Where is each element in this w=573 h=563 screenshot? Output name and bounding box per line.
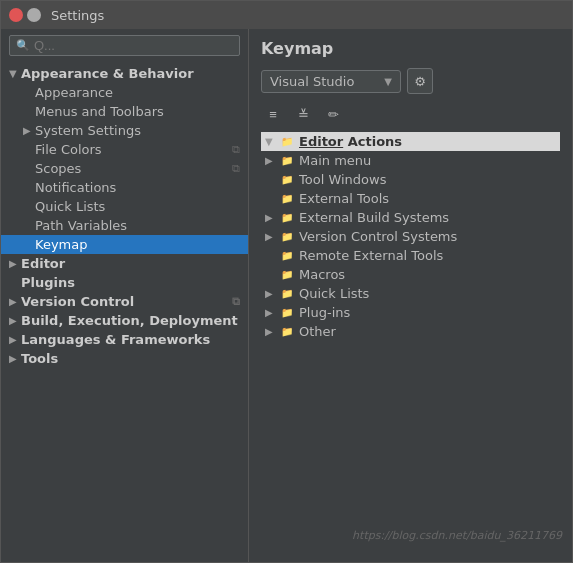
- sidebar-item-scopes[interactable]: Scopes⧉: [1, 159, 248, 178]
- title-bar: Settings: [1, 1, 572, 29]
- close-button[interactable]: [9, 8, 23, 22]
- sidebar-item-label-scopes: Scopes: [35, 161, 81, 176]
- sidebar-item-version-control[interactable]: Version Control⧉: [1, 292, 248, 311]
- keymap-dropdown[interactable]: Visual Studio ▼: [261, 70, 401, 93]
- outdent-button[interactable]: ≚: [291, 102, 315, 126]
- sidebar-item-quick-lists[interactable]: Quick Lists: [1, 197, 248, 216]
- copy-icon-scopes: ⧉: [232, 162, 240, 175]
- sidebar-item-label-editor: Editor: [21, 256, 65, 271]
- keymap-item-main-menu[interactable]: 📁Main menu: [261, 151, 560, 170]
- sidebar-item-label-system-settings: System Settings: [35, 123, 141, 138]
- keymap-item-other[interactable]: 📁Other: [261, 322, 560, 341]
- kt-chevron-icon: [265, 212, 279, 223]
- sidebar-item-notifications[interactable]: Notifications: [1, 178, 248, 197]
- window-title: Settings: [51, 8, 104, 23]
- chevron-editor-icon: [9, 258, 21, 269]
- keymap-toolbar: ≡ ≚ ✏: [261, 102, 560, 126]
- copy-icon-file-colors: ⧉: [232, 143, 240, 156]
- search-icon: 🔍: [16, 39, 30, 52]
- keymap-item-tool-windows[interactable]: 📁Tool Windows: [261, 170, 560, 189]
- outdent-icon: ≚: [298, 107, 309, 122]
- right-panel: Keymap Visual Studio ▼ ⚙ ≡ ≚: [249, 29, 572, 562]
- folder-blue-icon: 📁: [279, 135, 295, 149]
- minimize-button[interactable]: [27, 8, 41, 22]
- folder-icon: 📁: [279, 306, 295, 320]
- sidebar-item-system-settings[interactable]: System Settings: [1, 121, 248, 140]
- gear-icon: ⚙: [414, 74, 426, 89]
- sidebar-item-file-colors[interactable]: File Colors⧉: [1, 140, 248, 159]
- keymap-item-label-macros: Macros: [299, 267, 345, 282]
- kt-chevron-icon: [265, 155, 279, 166]
- keymap-tree: 📁Editor Actions📁Main menu📁Tool Windows📁E…: [261, 132, 560, 552]
- sidebar-item-plugins[interactable]: Plugins: [1, 273, 248, 292]
- sidebar-item-label-file-colors: File Colors: [35, 142, 102, 157]
- keymap-item-plug-ins[interactable]: 📁Plug-ins: [261, 303, 560, 322]
- keymap-item-label-remote-external-tools: Remote External Tools: [299, 248, 443, 263]
- keymap-item-macros[interactable]: 📁Macros: [261, 265, 560, 284]
- keymap-item-label-plug-ins: Plug-ins: [299, 305, 350, 320]
- main-content: 🔍 Appearance & BehaviorAppearanceMenus a…: [1, 29, 572, 562]
- sidebar-item-editor[interactable]: Editor: [1, 254, 248, 273]
- keymap-item-label-editor-actions: Editor Actions: [299, 134, 402, 149]
- left-panel: 🔍 Appearance & BehaviorAppearanceMenus a…: [1, 29, 249, 562]
- indent-button[interactable]: ≡: [261, 102, 285, 126]
- watermark: https://blog.csdn.net/baidu_36211769: [352, 529, 562, 542]
- keymap-item-label-version-control-systems: Version Control Systems: [299, 229, 457, 244]
- edit-button[interactable]: ✏: [321, 102, 345, 126]
- kt-chevron-icon: [265, 288, 279, 299]
- chevron-version-control-icon: [9, 296, 21, 307]
- settings-tree: Appearance & BehaviorAppearanceMenus and…: [1, 62, 248, 562]
- keymap-item-label-main-menu: Main menu: [299, 153, 371, 168]
- kt-chevron-icon: [265, 231, 279, 242]
- keymap-dropdown-value: Visual Studio: [270, 74, 354, 89]
- copy-icon-version-control: ⧉: [232, 295, 240, 308]
- sidebar-item-path-variables[interactable]: Path Variables: [1, 216, 248, 235]
- kt-chevron-icon: [265, 326, 279, 337]
- folder-icon: 📁: [279, 230, 295, 244]
- chevron-build-exec-icon: [9, 315, 21, 326]
- window-controls: [9, 8, 41, 22]
- keymap-item-label-tool-windows: Tool Windows: [299, 172, 386, 187]
- gear-button[interactable]: ⚙: [407, 68, 433, 94]
- kt-chevron-icon: [265, 307, 279, 318]
- sidebar-item-keymap[interactable]: Keymap: [1, 235, 248, 254]
- indent-icon: ≡: [269, 107, 277, 122]
- kt-chevron-icon: [265, 136, 279, 147]
- chevron-languages-icon: [9, 334, 21, 345]
- chevron-appearance-behavior-icon: [9, 68, 21, 79]
- edit-icon: ✏: [328, 107, 339, 122]
- search-box[interactable]: 🔍: [9, 35, 240, 56]
- keymap-item-external-build-systems[interactable]: 📁External Build Systems: [261, 208, 560, 227]
- chevron-system-settings-icon: [23, 125, 35, 136]
- keymap-item-label-external-tools: External Tools: [299, 191, 389, 206]
- right-wrapper: Keymap Visual Studio ▼ ⚙ ≡ ≚: [249, 29, 572, 562]
- folder-icon: 📁: [279, 154, 295, 168]
- keymap-item-remote-external-tools[interactable]: 📁Remote External Tools: [261, 246, 560, 265]
- sidebar-item-label-tools: Tools: [21, 351, 58, 366]
- sidebar-item-appearance-behavior[interactable]: Appearance & Behavior: [1, 64, 248, 83]
- keymap-item-editor-actions[interactable]: 📁Editor Actions: [261, 132, 560, 151]
- sidebar-item-appearance[interactable]: Appearance: [1, 83, 248, 102]
- keymap-item-external-tools[interactable]: 📁External Tools: [261, 189, 560, 208]
- sidebar-item-label-languages: Languages & Frameworks: [21, 332, 210, 347]
- chevron-tools-icon: [9, 353, 21, 364]
- sidebar-item-label-keymap: Keymap: [35, 237, 87, 252]
- search-input[interactable]: [34, 38, 233, 53]
- sidebar-item-tools[interactable]: Tools: [1, 349, 248, 368]
- keymap-title: Keymap: [261, 39, 560, 58]
- keymap-item-quick-lists[interactable]: 📁Quick Lists: [261, 284, 560, 303]
- folder-icon: 📁: [279, 249, 295, 263]
- sidebar-item-menus-toolbars[interactable]: Menus and Toolbars: [1, 102, 248, 121]
- folder-blue-icon: 📁: [279, 211, 295, 225]
- sidebar-item-label-version-control: Version Control: [21, 294, 134, 309]
- sidebar-item-label-plugins: Plugins: [21, 275, 75, 290]
- folder-icon: 📁: [279, 173, 295, 187]
- keymap-selector-row: Visual Studio ▼ ⚙: [261, 68, 560, 94]
- folder-icon: 📁: [279, 192, 295, 206]
- sidebar-item-label-build-exec: Build, Execution, Deployment: [21, 313, 238, 328]
- sidebar-item-languages[interactable]: Languages & Frameworks: [1, 330, 248, 349]
- sidebar-item-build-exec[interactable]: Build, Execution, Deployment: [1, 311, 248, 330]
- sidebar-item-label-appearance: Appearance: [35, 85, 113, 100]
- sidebar-item-label-appearance-behavior: Appearance & Behavior: [21, 66, 194, 81]
- keymap-item-version-control-systems[interactable]: 📁Version Control Systems: [261, 227, 560, 246]
